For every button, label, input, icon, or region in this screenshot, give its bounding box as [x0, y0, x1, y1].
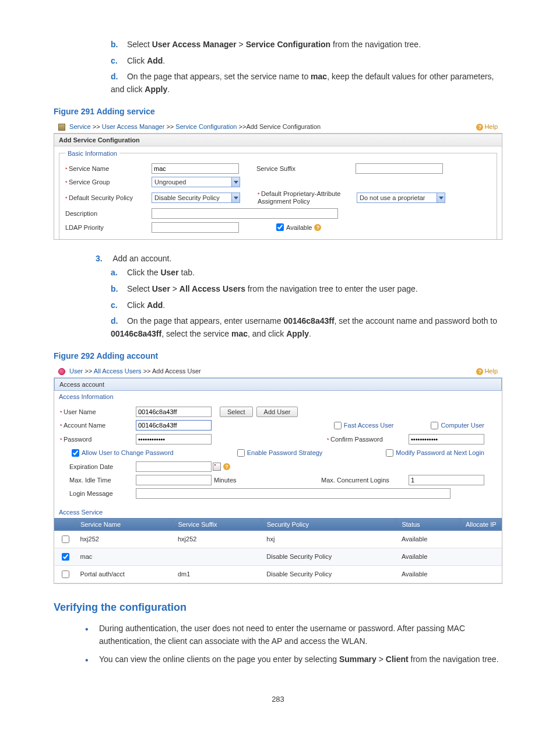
checkbox-computer-user[interactable] [431, 422, 438, 429]
th-allocate-ip[interactable]: Allocate IP [461, 518, 502, 530]
label-available: Available [286, 224, 312, 231]
th-service-suffix[interactable]: Service Suffix [173, 518, 262, 530]
label-password: Password [60, 436, 136, 443]
help-icon[interactable]: ? [223, 463, 230, 470]
label-ldap-priority: LDAP Priority [65, 224, 152, 231]
step-letter-a: a. [111, 267, 125, 279]
chevron-down-icon [231, 177, 240, 187]
screenshot-add-account: User >> All Access Users >> Add Access U… [54, 365, 502, 584]
bc-user[interactable]: User [69, 368, 83, 374]
bc-uam[interactable]: User Access Manager [102, 123, 165, 130]
help-link[interactable]: Help [476, 368, 498, 375]
checkbox-available[interactable] [276, 223, 284, 231]
label-description: Description [65, 210, 152, 217]
checkbox-fast-access[interactable] [334, 422, 342, 429]
help-icon[interactable]: ? [314, 224, 321, 231]
cell-security-policy: hxj [262, 530, 397, 548]
chevron-down-icon [231, 193, 240, 202]
checkbox-allow-change-pw[interactable] [72, 449, 79, 457]
input-account-name[interactable] [136, 420, 212, 430]
cell-allocate-ip [461, 548, 502, 565]
verify-bullet-1: During authentication, the user does not… [84, 622, 502, 648]
step-letter-d: d. [111, 71, 125, 83]
cell-service-name: mac [76, 548, 173, 565]
th-security-policy[interactable]: Security Policy [262, 518, 397, 530]
row-checkbox[interactable] [62, 553, 69, 561]
row-checkbox[interactable] [62, 570, 69, 578]
table-row[interactable]: macDisable Security PolicyAvailable [55, 548, 502, 565]
cell-allocate-ip [461, 565, 502, 583]
input-description[interactable] [152, 208, 338, 219]
checkbox-modify-next-login[interactable] [386, 449, 393, 457]
step-3c-text: Click Add. [127, 300, 165, 310]
label-computer-user: Computer User [441, 422, 484, 429]
input-user-name[interactable] [136, 407, 212, 417]
label-service-name: Service Name [65, 165, 152, 172]
input-max-idle[interactable] [136, 475, 212, 485]
bc-current: Add Service Configuration [246, 123, 321, 130]
add-user-button[interactable]: Add User [256, 407, 298, 417]
input-max-concurrent[interactable] [409, 475, 484, 485]
select-button[interactable]: Select [220, 407, 253, 417]
bc-service-config[interactable]: Service Configuration [175, 123, 237, 130]
input-service-name[interactable] [152, 163, 239, 174]
label-account-name: Account Name [60, 422, 136, 429]
bc-current: Add Access User [152, 368, 201, 374]
step-3b-text: Select User > All Access Users from the … [127, 284, 418, 293]
table-row[interactable]: hxj252hxj252hxjAvailable [55, 530, 502, 548]
panel-title: Add Service Configuration [54, 134, 502, 146]
select-service-group[interactable]: Ungrouped [152, 177, 240, 187]
cell-security-policy: Disable Security Policy [262, 548, 397, 565]
input-ldap-priority[interactable] [152, 222, 239, 233]
label-default-proprietary: Default Proprietary-Attribute Assignment… [240, 190, 357, 205]
label-service-group: Service Group [65, 178, 152, 186]
verify-bullet-2: You can view the online clients on the p… [84, 653, 502, 666]
cell-allocate-ip [461, 530, 502, 548]
label-minutes: Minutes [214, 477, 237, 484]
basic-info-fieldset: Basic Information Service Name Service S… [59, 150, 497, 239]
checkbox-enable-pw-strategy[interactable] [237, 449, 245, 457]
cell-service-suffix [173, 548, 262, 565]
label-confirm-password: Confirm Password [327, 436, 409, 443]
step-b-text: Select User Access Manager > Service Con… [127, 40, 421, 49]
input-service-suffix[interactable] [356, 163, 443, 174]
th-service-name[interactable]: Service Name [76, 518, 173, 530]
step-3d-text: On the page that appears, enter username… [111, 316, 497, 338]
substeps-b-to-d: b. Select User Access Manager > Service … [96, 38, 502, 96]
select-default-proprietary[interactable]: Do not use a proprietar [357, 192, 445, 203]
step-letter-c: c. [111, 55, 125, 68]
screenshot-add-service: Service >> User Access Manager >> Servic… [54, 121, 502, 240]
step-letter-d: d. [111, 315, 125, 328]
basic-info-legend: Basic Information [65, 150, 119, 157]
cell-security-policy: Disable Security Policy [262, 565, 397, 583]
row-checkbox[interactable] [62, 536, 69, 543]
cell-service-name: hxj252 [76, 530, 173, 548]
breadcrumb: Service >> User Access Manager >> Servic… [54, 121, 502, 133]
th-checkbox [55, 518, 76, 530]
chevron-down-icon [437, 193, 445, 202]
label-service-suffix: Service Suffix [239, 165, 356, 172]
cell-status: Available [397, 565, 461, 583]
input-password[interactable] [136, 434, 212, 444]
bc-all-access-users[interactable]: All Access Users [94, 368, 142, 374]
label-fast-access: Fast Access User [344, 422, 394, 429]
cell-service-suffix: dm1 [173, 565, 262, 583]
label-max-idle: Max. Idle Time [60, 477, 136, 484]
cell-status: Available [397, 530, 461, 548]
select-default-security-policy[interactable]: Disable Security Policy [152, 192, 240, 203]
calendar-icon[interactable] [213, 463, 221, 471]
cell-service-suffix: hxj252 [173, 530, 262, 548]
input-login-message[interactable] [136, 488, 451, 499]
table-row[interactable]: Portal auth/acctdm1Disable Security Poli… [55, 565, 502, 583]
input-confirm-password[interactable] [409, 434, 484, 444]
service-table: Service Name Service Suffix Security Pol… [54, 518, 502, 583]
service-icon [58, 124, 65, 131]
figure-291-caption: Figure 291 Adding service [54, 107, 502, 116]
input-expiration-date[interactable] [136, 461, 212, 472]
th-status[interactable]: Status [397, 518, 461, 530]
step-c-text: Click Add. [127, 56, 165, 65]
substeps-3: a. Click the User tab. b. Select User > … [96, 267, 502, 340]
bc-service[interactable]: Service [69, 123, 91, 130]
help-link[interactable]: Help [476, 123, 498, 131]
step-d-text: On the page that appears, set the servic… [111, 72, 494, 94]
